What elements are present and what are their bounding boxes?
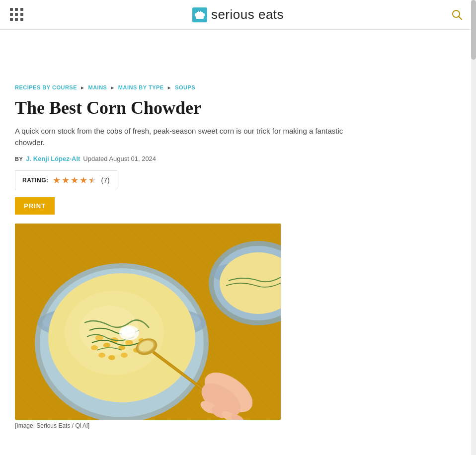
svg-point-24 bbox=[91, 345, 98, 350]
scrollbar-thumb[interactable] bbox=[471, 0, 476, 60]
star-4: ★ bbox=[79, 175, 87, 186]
dot bbox=[15, 8, 18, 11]
dot bbox=[15, 18, 18, 21]
svg-point-27 bbox=[108, 355, 115, 360]
dot bbox=[10, 18, 13, 21]
star-3: ★ bbox=[71, 175, 79, 186]
scrollbar-track[interactable] bbox=[471, 0, 476, 453]
site-logo[interactable]: serious eats bbox=[192, 7, 284, 22]
breadcrumb-item-mains-by-type[interactable]: MAINS BY TYPE bbox=[118, 84, 164, 90]
breadcrumb-separator: ► bbox=[167, 85, 172, 90]
star-1: ★ bbox=[53, 175, 61, 186]
svg-point-30 bbox=[121, 327, 135, 337]
author-by-label: BY bbox=[15, 156, 23, 162]
article-title: The Best Corn Chowder bbox=[15, 97, 442, 119]
rating-block: RATING: ★ ★ ★ ★ ★★ (7) bbox=[15, 170, 117, 190]
breadcrumb-item-recipes[interactable]: RECIPES BY COURSE bbox=[15, 84, 77, 90]
svg-rect-1 bbox=[197, 12, 203, 14]
main-content: RECIPES BY COURSE ► MAINS ► MAINS BY TYP… bbox=[0, 30, 457, 453]
breadcrumb-separator: ► bbox=[110, 85, 115, 90]
article-updated-date: Updated August 01, 2024 bbox=[83, 155, 156, 162]
breadcrumb-separator: ► bbox=[80, 85, 85, 90]
dot bbox=[10, 8, 13, 11]
svg-rect-5 bbox=[200, 11, 201, 13]
ad-space bbox=[15, 30, 442, 84]
svg-point-28 bbox=[121, 353, 128, 358]
image-caption: [Image: Serious Eats / Qi Ai] bbox=[15, 422, 281, 429]
dot bbox=[10, 13, 13, 16]
breadcrumb: RECIPES BY COURSE ► MAINS ► MAINS BY TYP… bbox=[15, 84, 442, 90]
breadcrumb-item-mains[interactable]: MAINS bbox=[88, 84, 107, 90]
dot bbox=[20, 8, 23, 11]
star-5-half: ★★ bbox=[88, 175, 97, 184]
svg-point-26 bbox=[98, 353, 105, 358]
star-2: ★ bbox=[62, 175, 70, 186]
dot bbox=[20, 18, 23, 21]
site-header: serious eats bbox=[0, 0, 476, 30]
food-image bbox=[15, 224, 281, 420]
print-button[interactable]: PRINT bbox=[15, 197, 55, 215]
dot bbox=[20, 13, 23, 16]
svg-rect-2 bbox=[195, 13, 196, 16]
author-line: BY J. Kenji López-Alt Updated August 01,… bbox=[15, 155, 442, 162]
logo-text: serious eats bbox=[211, 7, 284, 22]
svg-point-19 bbox=[103, 343, 110, 348]
dot bbox=[15, 13, 18, 16]
svg-line-7 bbox=[459, 16, 462, 19]
food-image-container: [Image: Serious Eats / Qi Ai] bbox=[15, 224, 281, 429]
logo-pot-icon bbox=[192, 7, 207, 22]
rating-label: RATING: bbox=[22, 177, 49, 184]
star-rating[interactable]: ★ ★ ★ ★ ★★ bbox=[53, 175, 97, 186]
article-subtitle: A quick corn stock from the cobs of fres… bbox=[15, 126, 363, 148]
breadcrumb-item-soups[interactable]: SOUPS bbox=[175, 84, 195, 90]
search-button[interactable] bbox=[448, 6, 466, 24]
svg-rect-3 bbox=[203, 13, 205, 16]
svg-rect-4 bbox=[198, 11, 199, 13]
hamburger-menu-icon[interactable] bbox=[10, 8, 24, 22]
rating-count: (7) bbox=[101, 176, 110, 184]
author-link[interactable]: J. Kenji López-Alt bbox=[26, 155, 80, 162]
